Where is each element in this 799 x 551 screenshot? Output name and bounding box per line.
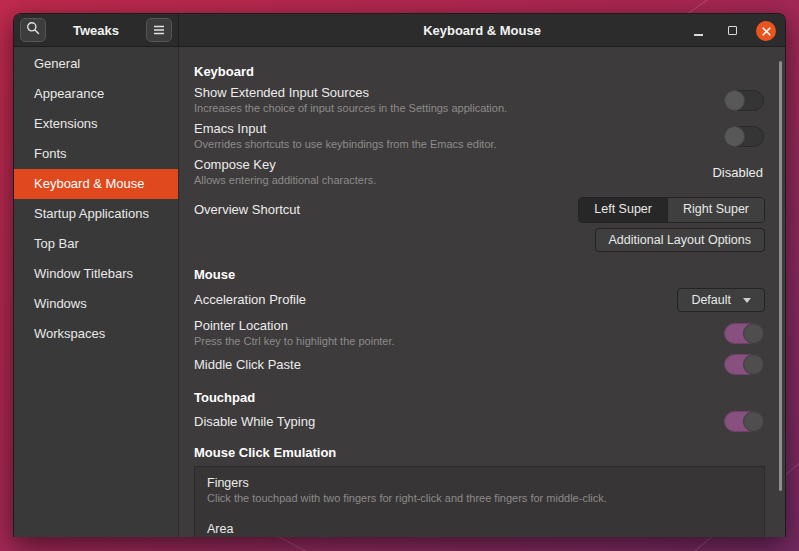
disable-while-typing-toggle[interactable]	[724, 411, 764, 432]
middle-click-paste-toggle[interactable]	[724, 354, 764, 375]
titlebar-left: Tweaks	[14, 14, 179, 46]
sidebar-item-general[interactable]: General	[14, 49, 178, 79]
mouse-click-emulation-list: Fingers Click the touchpad with two fing…	[194, 466, 765, 537]
sidebar-item-extensions[interactable]: Extensions	[14, 109, 178, 139]
setting-title: Show Extended Input Sources	[194, 85, 507, 101]
row-disable-while-typing: Disable While Typing	[194, 411, 765, 432]
switch-knob	[724, 126, 745, 147]
row-show-extended-input-sources: Show Extended Input Sources Increases th…	[194, 85, 765, 115]
setting-title: Acceleration Profile	[194, 292, 306, 308]
search-icon	[26, 21, 40, 39]
setting-title: Disable While Typing	[194, 414, 315, 430]
search-button[interactable]	[20, 18, 46, 42]
window-controls	[688, 14, 776, 47]
app-title: Tweaks	[46, 23, 146, 38]
emacs-input-toggle[interactable]	[724, 126, 764, 147]
row-pointer-location: Pointer Location Press the Ctrl key to h…	[194, 318, 765, 348]
option-description: Click the touchpad with two fingers for …	[207, 492, 752, 505]
row-acceleration-profile: Acceleration Profile Default	[194, 288, 765, 312]
close-button[interactable]	[756, 21, 776, 41]
sidebar-item-window-titlebars[interactable]: Window Titlebars	[14, 259, 178, 289]
overview-shortcut-segmented: Left Super Right Super	[578, 197, 765, 223]
titlebar-right[interactable]: Keyboard & Mouse	[179, 14, 785, 46]
sidebar-item-startup-applications[interactable]: Startup Applications	[14, 199, 178, 229]
left-super-button[interactable]: Left Super	[579, 198, 667, 222]
tweaks-window: Tweaks Keyboard & Mouse	[13, 13, 786, 537]
row-middle-click-paste: Middle Click Paste	[194, 354, 765, 375]
option-title: Fingers	[207, 475, 752, 491]
right-super-button[interactable]: Right Super	[667, 198, 764, 222]
sidebar-item-fonts[interactable]: Fonts	[14, 139, 178, 169]
sidebar-item-appearance[interactable]: Appearance	[14, 79, 178, 109]
dropdown-value: Default	[691, 289, 731, 311]
setting-description: Press the Ctrl key to highlight the poin…	[194, 335, 395, 348]
setting-title: Middle Click Paste	[194, 357, 301, 373]
sidebar-item-workspaces[interactable]: Workspaces	[14, 319, 178, 349]
chevron-down-icon	[743, 298, 751, 303]
menu-button[interactable]	[146, 18, 172, 42]
switch-knob	[743, 323, 764, 344]
row-overview-shortcut: Overview Shortcut Left Super Right Super	[194, 197, 765, 223]
sidebar: General Appearance Extensions Fonts Keyb…	[14, 47, 179, 537]
acceleration-profile-dropdown[interactable]: Default	[677, 288, 765, 312]
setting-title: Pointer Location	[194, 318, 395, 334]
switch-knob	[743, 354, 764, 375]
mouse-click-emulation-heading: Mouse Click Emulation	[194, 445, 765, 460]
setting-title: Emacs Input	[194, 121, 497, 137]
close-icon	[762, 22, 771, 40]
minimize-button[interactable]	[688, 21, 708, 41]
titlebar: Tweaks Keyboard & Mouse	[14, 14, 785, 47]
list-item-area[interactable]: Area Click the bottom right of the touch…	[207, 521, 752, 537]
show-extended-input-sources-toggle[interactable]	[724, 90, 764, 111]
content-panel: Keyboard Show Extended Input Sources Inc…	[179, 47, 785, 537]
hamburger-icon	[153, 21, 165, 39]
sidebar-item-top-bar[interactable]: Top Bar	[14, 229, 178, 259]
switch-knob	[724, 90, 745, 111]
keyboard-section-heading: Keyboard	[194, 64, 765, 79]
setting-description: Overrides shortcuts to use keybindings f…	[194, 138, 497, 151]
switch-knob	[743, 411, 764, 432]
option-title: Area	[207, 521, 752, 537]
setting-title: Overview Shortcut	[194, 202, 300, 218]
vertical-scrollbar[interactable]	[779, 61, 782, 491]
sidebar-item-keyboard-mouse[interactable]: Keyboard & Mouse	[14, 169, 178, 199]
setting-title: Compose Key	[194, 157, 376, 173]
app-body: General Appearance Extensions Fonts Keyb…	[14, 47, 785, 537]
setting-description: Allows entering additional characters.	[194, 174, 376, 187]
minimize-icon	[694, 34, 703, 36]
list-item-fingers[interactable]: Fingers Click the touchpad with two fing…	[207, 475, 752, 505]
sidebar-item-windows[interactable]: Windows	[14, 289, 178, 319]
row-compose-key: Compose Key Allows entering additional c…	[194, 157, 765, 187]
touchpad-section-heading: Touchpad	[194, 390, 765, 405]
setting-description: Increases the choice of input sources in…	[194, 102, 507, 115]
mouse-section-heading: Mouse	[194, 267, 765, 282]
maximize-button[interactable]	[722, 21, 742, 41]
row-additional-layout-options: Additional Layout Options	[194, 228, 765, 252]
window-title: Keyboard & Mouse	[423, 23, 541, 38]
pointer-location-toggle[interactable]	[724, 323, 764, 344]
maximize-icon	[728, 26, 737, 35]
additional-layout-options-button[interactable]: Additional Layout Options	[595, 228, 765, 252]
row-emacs-input: Emacs Input Overrides shortcuts to use k…	[194, 121, 765, 151]
compose-key-value: Disabled	[712, 165, 763, 180]
